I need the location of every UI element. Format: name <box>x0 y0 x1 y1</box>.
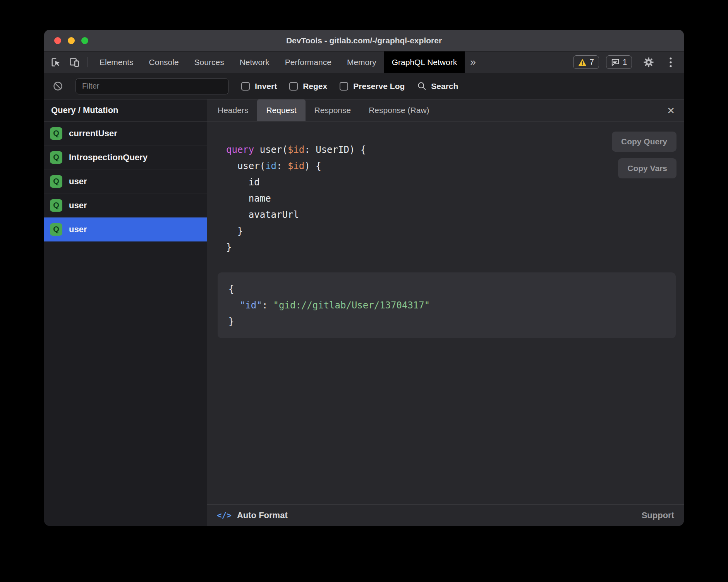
auto-format-icon: </> <box>217 511 232 520</box>
tab-sources[interactable]: Sources <box>187 51 232 73</box>
query-name: user <box>69 224 87 235</box>
query-type-badge: Q <box>50 223 62 236</box>
code-line: } <box>226 239 676 255</box>
copy-vars-button[interactable]: Copy Vars <box>618 158 676 178</box>
copy-query-button[interactable]: Copy Query <box>612 132 676 152</box>
checkbox-box <box>289 82 298 91</box>
vars-line: } <box>228 313 665 330</box>
support-link[interactable]: Support <box>642 510 674 520</box>
tab-memory[interactable]: Memory <box>339 51 384 73</box>
inspect-element-icon[interactable] <box>44 51 65 73</box>
query-list-sidebar: Query / Mutation Q currentUser Q Introsp… <box>44 99 207 526</box>
title-bar: DevTools - gitlab.com/-/graphql-explorer <box>44 30 684 51</box>
device-toolbar-icon[interactable] <box>65 51 84 73</box>
settings-gear-icon[interactable] <box>639 56 658 68</box>
auto-format-button[interactable]: Auto Format <box>237 510 288 520</box>
warning-count: 7 <box>590 58 594 67</box>
checkbox-label: Invert <box>255 82 277 91</box>
vars-line: "id": "gid://gitlab/User/13704317" <box>228 297 665 313</box>
code-line: user(id: $id) { <box>226 158 676 174</box>
sidebar-item-introspectionquery[interactable]: Q IntrospectionQuery <box>44 146 207 169</box>
query-variables-box: { "id": "gid://gitlab/User/13704317" } <box>218 272 676 338</box>
tab-request[interactable]: Request <box>257 99 305 121</box>
code-line: query user($id: UserID) { <box>226 142 676 158</box>
tab-headers[interactable]: Headers <box>209 99 257 121</box>
search-label: Search <box>431 82 458 91</box>
query-type-badge: Q <box>50 199 62 212</box>
minimize-window-button[interactable] <box>68 37 75 44</box>
tab-response-raw[interactable]: Response (Raw) <box>360 99 438 121</box>
warnings-badge[interactable]: 7 <box>573 55 599 69</box>
query-type-badge: Q <box>50 151 62 164</box>
query-type-badge: Q <box>50 175 62 188</box>
sidebar-header: Query / Mutation <box>44 99 207 122</box>
search-button[interactable]: Search <box>417 81 458 91</box>
more-tabs-chevron[interactable]: » <box>465 51 481 73</box>
filter-toolbar: Invert Regex Preserve Log Search <box>44 73 684 99</box>
tab-performance[interactable]: Performance <box>277 51 339 73</box>
checkbox-label: Regex <box>303 82 327 91</box>
request-content: Copy Query Copy Vars query user($id: Use… <box>207 122 684 504</box>
window-title: DevTools - gitlab.com/-/graphql-explorer <box>44 36 684 45</box>
query-type-badge: Q <box>50 127 62 140</box>
clear-icon[interactable] <box>53 81 63 91</box>
search-icon <box>417 81 427 91</box>
traffic-lights <box>54 37 88 44</box>
query-name: user <box>69 200 87 211</box>
tab-network[interactable]: Network <box>232 51 277 73</box>
code-line: name <box>226 190 676 207</box>
devtools-window: DevTools - gitlab.com/-/graphql-explorer… <box>44 30 684 526</box>
code-line: avatarUrl <box>226 207 676 223</box>
sidebar-item-currentuser[interactable]: Q currentUser <box>44 122 207 146</box>
query-name: IntrospectionQuery <box>69 152 148 163</box>
devtools-tab-bar: Elements Console Sources Network Perform… <box>44 51 684 73</box>
code-line: } <box>226 223 676 239</box>
regex-checkbox[interactable]: Regex <box>289 82 327 91</box>
kebab-menu-icon[interactable] <box>665 56 676 68</box>
close-panel-icon[interactable]: × <box>667 104 675 116</box>
warning-triangle-icon <box>578 58 587 66</box>
zoom-window-button[interactable] <box>81 37 88 44</box>
main-split: Query / Mutation Q currentUser Q Introsp… <box>44 99 684 526</box>
sidebar-item-user-1[interactable]: Q user <box>44 169 207 193</box>
issues-badge[interactable]: 1 <box>606 55 632 69</box>
query-name: currentUser <box>69 128 117 139</box>
detail-footer: </> Auto Format Support <box>207 504 684 526</box>
vars-line: { <box>228 281 665 297</box>
sidebar-item-user-3-selected[interactable]: Q user <box>44 217 207 241</box>
request-detail-panel: Headers Request Response Response (Raw) … <box>207 99 684 526</box>
checkbox-box <box>241 82 250 91</box>
checkbox-box <box>340 82 348 91</box>
tab-graphql-network[interactable]: GraphQL Network <box>384 51 465 73</box>
graphql-query-code: query user($id: UserID) { user(id: $id) … <box>226 142 676 255</box>
filter-input[interactable] <box>76 78 229 94</box>
code-line: id <box>226 174 676 190</box>
toolbar-right-cluster: 7 1 <box>573 51 684 73</box>
close-window-button[interactable] <box>54 37 61 44</box>
message-bubble-icon <box>611 58 620 67</box>
sidebar-item-user-2[interactable]: Q user <box>44 193 207 217</box>
preserve-log-checkbox[interactable]: Preserve Log <box>340 82 405 91</box>
tab-console[interactable]: Console <box>141 51 187 73</box>
query-name: user <box>69 176 87 187</box>
copy-buttons: Copy Query Copy Vars <box>612 132 676 178</box>
issues-count: 1 <box>623 58 627 67</box>
toolbar-divider <box>88 57 88 67</box>
tab-response[interactable]: Response <box>306 99 360 121</box>
checkbox-label: Preserve Log <box>353 82 405 91</box>
tab-elements[interactable]: Elements <box>92 51 141 73</box>
invert-checkbox[interactable]: Invert <box>241 82 277 91</box>
detail-tab-bar: Headers Request Response Response (Raw) … <box>207 99 684 122</box>
